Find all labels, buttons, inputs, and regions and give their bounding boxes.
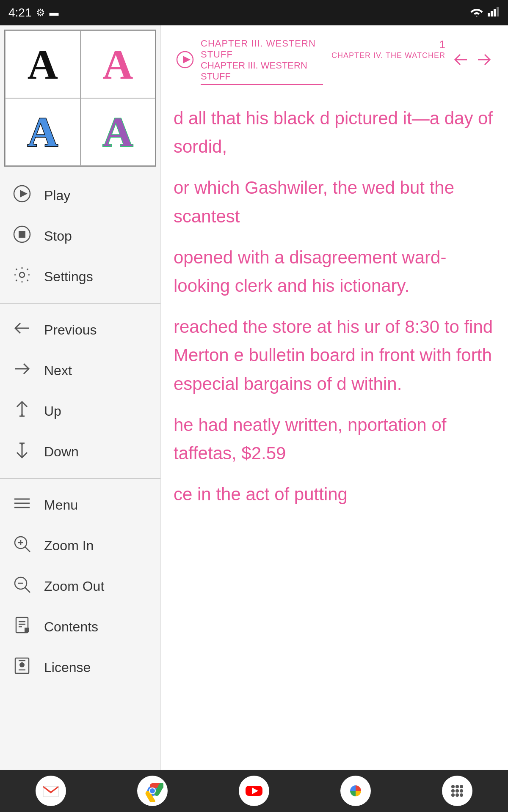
svg-rect-0 [488,13,490,16]
sidebar: A A A A Play [0,25,161,778]
chapter-right: 1 CHAPTER IV. THE WATCHER [331,38,445,60]
svg-point-50 [451,785,455,788]
menu-item-license[interactable]: License [0,647,160,688]
menu-item-down[interactable]: Down [0,431,160,472]
chapter-title-active: CHAPTER III. WESTERN STUFF [201,60,323,85]
svg-rect-2 [494,9,496,16]
gmail-app-icon[interactable] [36,776,66,806]
wifi-icon [470,6,483,19]
menu-label-contents: Contents [44,619,98,635]
zoom-in-icon [13,535,31,557]
menu-item-settings[interactable]: Settings [0,256,160,297]
menu-section-bottom: Menu Zoom In [0,480,160,692]
svg-point-54 [456,789,459,793]
svg-rect-3 [497,7,499,16]
book-paragraph-5: he had neatly written, nportation of taf… [174,411,495,467]
page-number: 1 [331,38,445,51]
menu-label-zoom-in: Zoom In [44,538,94,554]
arrow-down-icon [13,441,31,463]
next-button[interactable] [472,48,495,75]
menu-item-zoom-out[interactable]: Zoom Out [0,566,160,606]
main-content: A A A A Play [0,25,508,778]
menu-label-menu: Menu [44,497,78,513]
chapter-next-title: CHAPTER IV. THE WATCHER [331,51,445,60]
menu-item-previous[interactable]: Previous [0,310,160,350]
menu-label-stop: Stop [44,228,72,244]
svg-point-55 [460,789,463,793]
book-text-content: d all that his black d pictured it—a day… [174,104,495,508]
book-paragraph-4: reached the store at his ur of 8:30 to f… [174,313,495,398]
svg-point-57 [456,793,459,797]
gear-icon: ⚙ [36,7,45,19]
play-button[interactable] [174,48,196,75]
menu-label-zoom-out: Zoom Out [44,579,104,594]
stop-icon [13,225,31,247]
hamburger-menu-icon [13,494,31,516]
license-icon [13,656,31,678]
svg-point-56 [451,793,455,797]
book-area: CHAPTER III. WESTERN STUFF CHAPTER III. … [161,25,508,778]
menu-item-menu[interactable]: Menu [0,485,160,525]
menu-item-stop[interactable]: Stop [0,216,160,256]
book-paragraph-6: ce in the act of putting [174,480,495,508]
svg-point-58 [460,793,463,797]
status-bar: 4:21 ⚙ ▬ [0,0,508,25]
svg-point-51 [456,785,459,788]
font-selector-grid: A A A A [4,30,156,167]
font-cell-blue-outline[interactable]: A [5,98,80,166]
menu-item-zoom-in[interactable]: Zoom In [0,525,160,566]
photos-app-icon[interactable] [340,776,371,806]
contents-icon [13,616,31,638]
signal-icon [488,6,500,19]
svg-line-21 [25,547,30,552]
font-cell-pink[interactable]: A [80,30,156,98]
arrow-left-icon [13,319,31,341]
font-cell-black[interactable]: A [5,30,80,98]
zoom-out-icon [13,575,31,597]
bottom-navigation-bar [0,770,508,812]
svg-point-53 [451,789,455,793]
menu-label-settings: Settings [44,269,93,285]
menu-item-play[interactable]: Play [0,175,160,216]
divider-2 [0,478,160,479]
font-cell-purple-outline[interactable]: A [80,98,156,166]
svg-rect-7 [19,231,25,238]
book-paragraph-2: or which Gashwiler, the wed but the scan… [174,173,495,230]
divider-1 [0,303,160,304]
sim-icon: ▬ [50,7,59,18]
menu-label-previous: Previous [44,322,97,338]
svg-point-32 [19,662,25,667]
arrow-right-icon [13,359,31,381]
menu-label-license: License [44,660,91,675]
svg-line-25 [25,587,30,593]
status-left: 4:21 ⚙ ▬ [8,6,59,19]
menu-item-contents[interactable]: Contents [0,606,160,647]
book-header: CHAPTER III. WESTERN STUFF CHAPTER III. … [174,34,495,91]
menu-section-top: Play Stop Settings [0,171,160,301]
status-right [470,6,500,19]
menu-label-up: Up [44,403,61,419]
svg-rect-1 [491,11,493,16]
chapter-info: CHAPTER III. WESTERN STUFF CHAPTER III. … [201,38,323,85]
prev-button[interactable] [450,48,472,75]
menu-item-up[interactable]: Up [0,391,160,431]
book-paragraph-1: d all that his black d pictured it—a day… [174,104,495,161]
settings-gear-icon [13,266,31,288]
svg-marker-36 [183,56,190,63]
play-icon [13,184,31,206]
menu-label-down: Down [44,444,79,460]
youtube-app-icon[interactable] [239,776,269,806]
svg-point-8 [19,272,25,277]
menu-item-next[interactable]: Next [0,350,160,391]
menu-section-nav: Previous Next [0,305,160,476]
chrome-app-icon[interactable] [137,776,168,806]
book-paragraph-3: opened with a disagreement ward-looking … [174,243,495,300]
apps-grid-icon[interactable] [442,776,472,806]
time-display: 4:21 [8,6,32,19]
arrow-up-icon [13,400,31,422]
svg-marker-5 [20,190,28,198]
svg-point-52 [460,785,463,788]
menu-label-play: Play [44,188,70,203]
chapter-title-small: CHAPTER III. WESTERN STUFF [201,38,323,60]
svg-point-44 [150,788,155,793]
